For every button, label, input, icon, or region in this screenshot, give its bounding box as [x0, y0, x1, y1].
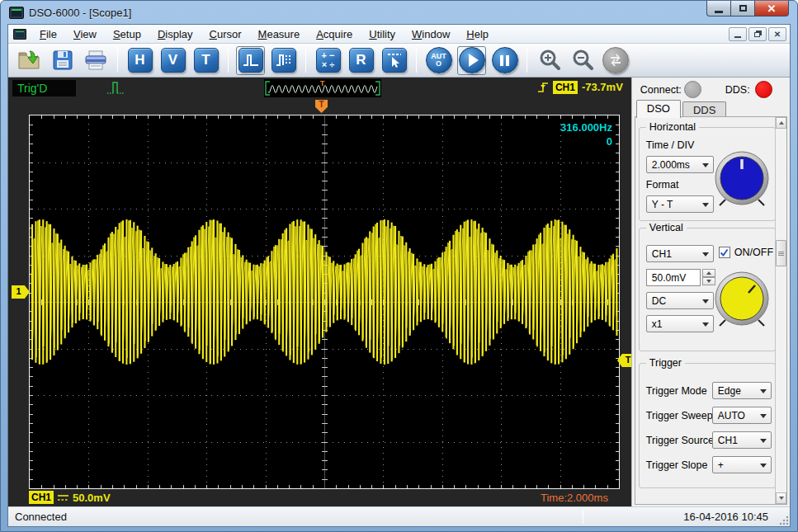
panel-scrollbar[interactable] [775, 117, 786, 504]
trigger-source-select[interactable]: CH1 [712, 431, 772, 449]
checkmark-icon [720, 248, 729, 257]
graticule: 316.000Hz 0 [29, 115, 620, 489]
minimize-button[interactable] [706, 1, 731, 16]
scrollbar-down-button[interactable] [776, 492, 786, 504]
menu-file[interactable]: File [31, 26, 65, 42]
dc-coupling-icon [57, 492, 69, 502]
scrollbar-thumb[interactable] [776, 240, 786, 266]
trigger-channel-badge: CH1 [553, 81, 578, 94]
print-button[interactable] [81, 46, 110, 75]
menu-cursor[interactable]: Cursor [201, 26, 250, 42]
dso-tab-content: Horizontal Time / DIV 2.000ms Format Y -… [635, 116, 787, 505]
open-button[interactable] [15, 46, 44, 75]
vertical-position-knob[interactable] [711, 268, 773, 334]
autoset-button[interactable]: AUTO [424, 46, 453, 75]
trigger-mode-label: Trigger Mode [646, 385, 707, 397]
time-div-select[interactable]: 2.000ms [646, 156, 714, 173]
edge-trigger-icon [537, 80, 549, 94]
transfer-arrows-icon [607, 54, 624, 67]
vertical-group-title: Vertical [646, 222, 687, 233]
menu-measure[interactable]: Measure [250, 26, 309, 42]
waveform-position-preview[interactable] [264, 79, 381, 97]
dropdown-arrow-icon [702, 322, 709, 330]
document-icon[interactable] [13, 29, 26, 40]
trigger-panel-button[interactable]: T [191, 46, 220, 75]
menu-acquire[interactable]: Acquire [308, 26, 361, 42]
trigger-group-title: Trigger [646, 357, 685, 369]
zoom-in-button[interactable] [535, 46, 564, 75]
pause-button[interactable] [490, 46, 519, 75]
cursor-measure-button[interactable] [380, 46, 408, 75]
minimize-icon [715, 11, 723, 13]
save-floppy-icon [51, 49, 74, 72]
close-icon: ✕ [767, 2, 777, 15]
channel1-scale-readout: 50.0mV [73, 492, 111, 504]
down-arrow-icon [779, 497, 784, 502]
dropdown-arrow-icon [702, 299, 709, 307]
tab-dso[interactable]: DSO [636, 100, 681, 118]
menu-help[interactable]: Help [458, 26, 497, 42]
up-arrow-icon [779, 119, 784, 125]
channel1-position-marker[interactable]: 1 [12, 285, 30, 299]
dropdown-arrow-icon [760, 414, 767, 421]
coupling-select[interactable]: DC [646, 292, 714, 309]
time-div-label: Time / DIV [646, 139, 695, 151]
volts-div-value[interactable]: 50.0mV [646, 269, 701, 286]
control-panel: Connect: DDS: DSO DDS Horizontal Time / … [631, 78, 790, 506]
save-button[interactable] [48, 46, 77, 75]
menu-view[interactable]: View [65, 26, 105, 42]
trigger-slope-select[interactable]: + [712, 456, 772, 473]
frequency-readout: 316.000Hz 0 [560, 120, 612, 148]
trigger-position-marker[interactable]: T [315, 100, 328, 113]
close-button[interactable]: ✕ [754, 1, 789, 16]
pause-icon [500, 55, 509, 66]
math-button[interactable]: + −× ÷ [314, 46, 342, 75]
toolbar-separator [117, 48, 118, 73]
zoom-out-button[interactable] [568, 46, 597, 75]
tab-dds[interactable]: DDS [682, 101, 726, 117]
trigger-sweep-select[interactable]: AUTO [712, 407, 772, 424]
single-pulse-button[interactable] [236, 46, 265, 75]
printer-icon [83, 49, 108, 72]
run-button[interactable] [457, 46, 486, 75]
r-icon: R [349, 48, 374, 73]
toolbar-separator [526, 48, 527, 73]
vertical-group: Vertical CH1 ON/OFF [639, 228, 776, 351]
dual-pulse-button[interactable] [269, 46, 298, 75]
scope-display-panel: Trig'D CH1 -73.7mV [8, 78, 631, 506]
maximize-icon [739, 5, 747, 12]
menu-window[interactable]: Window [404, 26, 458, 42]
status-bar: Connected 16-04-2016 10:45 [8, 506, 790, 526]
maximize-button[interactable] [731, 1, 754, 16]
toolbar-separator [228, 48, 229, 73]
horizontal-position-knob[interactable] [711, 148, 773, 214]
v-icon: V [161, 48, 186, 73]
resize-grip[interactable] [779, 516, 789, 525]
scope-canvas [30, 115, 619, 488]
transfer-button[interactable] [601, 46, 630, 75]
vertical-panel-button[interactable]: V [158, 46, 187, 75]
probe-select[interactable]: x1 [646, 315, 714, 332]
pulse-train-icon [275, 51, 293, 69]
trigger-mode-select[interactable]: Edge [712, 382, 772, 399]
mdi-close-button[interactable]: ✕ [768, 27, 786, 41]
channel1-badge: CH1 [29, 491, 54, 504]
menu-setup[interactable]: Setup [105, 26, 149, 42]
toolbar-separator [305, 48, 306, 73]
dropdown-arrow-icon [760, 464, 767, 471]
menu-display[interactable]: Display [149, 26, 201, 42]
scrollbar-up-button[interactable] [776, 117, 786, 129]
play-icon [469, 54, 479, 67]
onoff-checkbox[interactable] [719, 247, 730, 258]
mdi-restore-button[interactable] [748, 27, 767, 41]
format-select[interactable]: Y - T [646, 195, 714, 213]
channel-select[interactable]: CH1 [646, 245, 714, 262]
toolbar-separator [416, 48, 417, 73]
open-folder-icon [17, 49, 42, 72]
horizontal-panel-button[interactable]: H [125, 46, 154, 75]
menu-utility[interactable]: Utility [361, 26, 404, 42]
zoom-out-icon [570, 48, 595, 73]
mdi-minimize-button[interactable] [729, 27, 747, 41]
menu-bar: File View Setup Display Cursor Measure A… [8, 25, 790, 44]
reference-button[interactable]: R [347, 46, 375, 75]
